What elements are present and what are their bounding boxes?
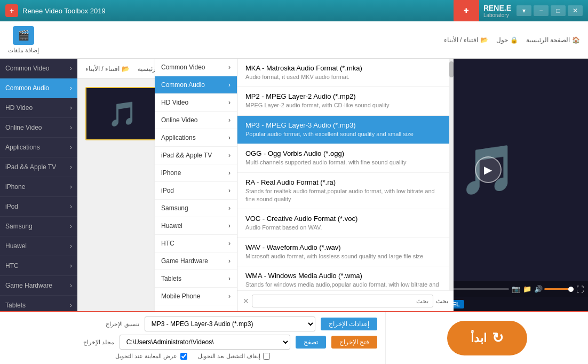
menu-iphone-label: iPhone: [161, 169, 181, 177]
menu-applications[interactable]: Applications ›: [155, 129, 237, 147]
format-scrollbar-thumb: [449, 61, 454, 77]
arrow-icon-8: ›: [70, 223, 72, 230]
menu-arrow-4: ›: [228, 134, 231, 141]
home-icon: 🏠: [572, 36, 580, 44]
menu-iphone[interactable]: iPhone ›: [155, 164, 237, 182]
menu-arrow-11: ›: [228, 257, 231, 265]
stop-after-label: إيقاف التشغيل بعد التحويل: [198, 353, 260, 360]
renee-name: RENE.E: [483, 4, 511, 12]
nav-item-tablets[interactable]: Tablets ›: [0, 296, 77, 311]
menu-hd-video[interactable]: HD Video ›: [155, 94, 237, 112]
home-button[interactable]: 🏠 الصفحة الرئيسية: [526, 36, 580, 44]
format-menu-overlay: Common Video › Common Audio › HD Video ›…: [155, 59, 454, 311]
game-hardware-label: Game Hardware: [5, 282, 52, 289]
show-progress-checkbox-item: عرض المعاينة عند التحويل: [115, 353, 187, 360]
format-item-ra[interactable]: RA - Real Audio Format (*.ra) Stands for…: [237, 173, 454, 210]
show-progress-checkbox[interactable]: [180, 353, 187, 360]
nav-item-common-audio[interactable]: Common Audio ›: [0, 78, 77, 98]
format-item-wav[interactable]: WAV - Waveform Audio (*.wav) Microsoft a…: [237, 238, 454, 266]
menu-online-video[interactable]: Online Video ›: [155, 112, 237, 129]
arrow-icon-1: ›: [70, 84, 72, 92]
logo-plus-icon: +: [10, 6, 14, 15]
menu-huawei[interactable]: Huawei ›: [155, 217, 237, 235]
music-note-icon: 🎵: [108, 100, 138, 128]
open-icon-center: 📂: [122, 65, 130, 73]
menu-ipod[interactable]: iPod ›: [155, 182, 237, 200]
about-button[interactable]: 🔒 حول: [496, 36, 518, 44]
play-button[interactable]: ▶: [475, 156, 502, 183]
menu-game-hardware[interactable]: Game Hardware ›: [155, 252, 237, 270]
nav-item-huawei[interactable]: Huawei ›: [0, 236, 77, 256]
format-mp3-desc: Popular audio format, with excellent sou…: [245, 130, 446, 138]
browse-button[interactable]: تصفح: [296, 336, 326, 349]
nav-item-ipad[interactable]: iPad && Apple TV ›: [0, 157, 77, 177]
search-clear-button[interactable]: ✕: [243, 297, 249, 305]
menu-arrow-2: ›: [228, 99, 231, 106]
camera-icon: 📷: [512, 285, 520, 293]
submenu-col1: Common Video › Common Audio › HD Video ›…: [155, 59, 237, 311]
menu-tablets[interactable]: Tablets ›: [155, 270, 237, 288]
start-label: ابدأ: [471, 331, 487, 345]
format-mka-desc: Audio format, it used MKV audio format.: [245, 73, 446, 81]
hd-video-label: HD Video: [5, 104, 33, 112]
menu-mobile[interactable]: Mobile Phone ›: [155, 288, 237, 305]
format-item-mp2[interactable]: MP2 - MPEG Layer-2 Audio (*.mp2) MPEG La…: [237, 87, 454, 115]
format-item-ogg[interactable]: OGG - Ogg Vorbis Audio (*.ogg) Multi-cha…: [237, 144, 454, 172]
format-wav-name: WAV - Waveform Audio (*.wav): [245, 243, 446, 251]
menu-samsung[interactable]: Samsung ›: [155, 200, 237, 217]
nav-item-samsung[interactable]: Samsung ›: [0, 217, 77, 236]
renee-text-block: RENE.E Laboratory: [483, 4, 511, 18]
format-item-mp3[interactable]: MP3 - MPEG Layer-3 Audio (*.mp3) Popular…: [237, 116, 454, 144]
menu-ipod-label: iPod: [161, 187, 174, 194]
format-item-wma[interactable]: WMA - Windows Media Audio (*.wma) Stands…: [237, 266, 454, 290]
volume-bar[interactable]: [544, 288, 574, 290]
menu-mediap-label: Media Player: [161, 310, 198, 311]
nav-item-game-hardware[interactable]: Game Hardware ›: [0, 276, 77, 296]
acquire-button[interactable]: 📂 اقتناء / الأبناء: [444, 36, 488, 44]
nav-item-hd-video[interactable]: HD Video ›: [0, 98, 77, 118]
format-item-voc[interactable]: VOC - Creative Audio Format (*.voc) Audi…: [237, 209, 454, 238]
format-select[interactable]: MKA - Matroska Audio Format (*.mka)MP2 -…: [145, 316, 315, 331]
output-settings-button[interactable]: إعدادات الإخراج: [321, 318, 377, 330]
center-open-btn[interactable]: 📂 اقتناء / الأبناء: [85, 65, 130, 73]
nav-item-online-video[interactable]: Online Video ›: [0, 118, 77, 138]
menu-htc[interactable]: HTC ›: [155, 235, 237, 252]
format-wma-name: WMA - Windows Media Audio (*.wma): [245, 272, 446, 280]
titlebar-left: + Renee Video Toolbox 2019: [5, 4, 106, 17]
open-folder-button[interactable]: فتح الإخراج: [331, 336, 377, 349]
start-button[interactable]: ↻ ابدأ: [447, 321, 527, 355]
menu-common-video[interactable]: Common Video ›: [155, 59, 237, 76]
close-btn[interactable]: ✕: [568, 5, 583, 16]
search-input[interactable]: [252, 295, 433, 307]
menu-arrow-14: ›: [228, 310, 231, 311]
nav-item-htc[interactable]: HTC ›: [0, 256, 77, 276]
format-list-scroll[interactable]: MKA - Matroska Audio Format (*.mka) Audi…: [237, 59, 454, 290]
toolbar-right: 🏠 الصفحة الرئيسية 🔒 حول 📂 اقتناء / الأبن…: [444, 36, 580, 44]
preview-music-area: 🎵 ▶: [458, 142, 518, 198]
expand-icon[interactable]: ⛶: [576, 285, 584, 294]
folder-icon: 📁: [523, 285, 531, 293]
titlebar: + Renee Video Toolbox 2019 ✚ RENE.E Labo…: [0, 0, 588, 21]
nav-item-applications[interactable]: Applications ›: [0, 138, 77, 157]
nav-item-common-video[interactable]: Common Video ›: [0, 59, 77, 78]
format-scrollbar[interactable]: [449, 59, 454, 290]
nav-item-ipod[interactable]: iPod ›: [0, 197, 77, 217]
menu-media-player[interactable]: Media Player ›: [155, 305, 237, 311]
add-files-button[interactable]: 🎬 إضافة ملفات: [8, 26, 39, 54]
menu-common-audio-label: Common Audio: [161, 81, 205, 89]
menu-ipad[interactable]: iPad && Apple TV ›: [155, 147, 237, 164]
stop-after-checkbox-item: إيقاف التشغيل بعد التحويل: [198, 353, 270, 360]
about-label: حول: [496, 36, 508, 44]
stop-after-checkbox[interactable]: [263, 353, 270, 360]
format-item-mka[interactable]: MKA - Matroska Audio Format (*.mka) Audi…: [237, 59, 454, 87]
dropdown-btn[interactable]: ▾: [517, 5, 531, 16]
menu-common-audio[interactable]: Common Audio ›: [155, 76, 237, 94]
path-select[interactable]: C:\Users\Administrator\Videos\: [120, 335, 290, 350]
center-panel: 🏠 الصفحة الرئيسية 📂 اقتناء / الأبناء 🎵: [77, 59, 388, 311]
app-title: Renee Video Toolbox 2019: [22, 7, 106, 15]
maximize-btn[interactable]: □: [551, 5, 566, 16]
minimize-btn[interactable]: −: [534, 5, 549, 16]
nav-item-iphone[interactable]: iPhone ›: [0, 177, 77, 197]
app-container: + Renee Video Toolbox 2019 ✚ RENE.E Labo…: [0, 0, 588, 364]
output-format-row: إعدادات الإخراج MKA - Matroska Audio For…: [8, 316, 377, 331]
